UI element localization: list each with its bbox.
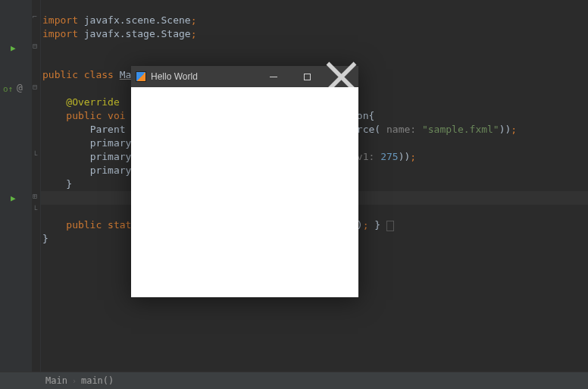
minimize-icon xyxy=(270,77,277,77)
semicolon: ; xyxy=(191,28,197,39)
app-titlebar[interactable]: Hello World xyxy=(131,66,358,87)
window-close-button[interactable] xyxy=(324,66,358,87)
run-gutter-icon[interactable]: ▶ xyxy=(11,43,16,53)
breadcrumb-bar: Main › main() xyxy=(0,372,588,389)
semicolon: ; xyxy=(511,124,517,135)
annotation: @Override xyxy=(66,96,119,108)
caret-eol-indicator xyxy=(386,221,394,231)
run-main-gutter-icon[interactable]: ▶ xyxy=(11,193,16,203)
keyword: class xyxy=(84,69,120,80)
app-title: Hello World xyxy=(151,71,198,82)
breadcrumb-separator-icon: › xyxy=(72,377,77,385)
fold-end-icon[interactable]: └ xyxy=(33,205,37,214)
code-text: primary xyxy=(90,137,132,149)
keyword: import xyxy=(42,28,78,39)
code-text: primary xyxy=(90,151,132,162)
java-app-icon xyxy=(136,71,146,82)
javafx-app-window[interactable]: Hello World xyxy=(131,66,358,297)
number-literal: 275 xyxy=(380,151,398,162)
override-gutter-icon[interactable]: o↑ xyxy=(3,84,13,94)
code-text: } xyxy=(369,219,381,231)
app-content-area[interactable] xyxy=(131,87,358,297)
code-text: )) xyxy=(399,151,411,162)
keyword: public xyxy=(42,69,84,80)
fold-start-icon[interactable]: ⊟ xyxy=(33,83,37,91)
keyword: public xyxy=(66,219,108,231)
semicolon: ; xyxy=(191,14,197,26)
string-literal: "sample.fxml" xyxy=(422,124,499,135)
fold-column: ⌐ ⊟ ⊟ └ ⊞ └ xyxy=(32,0,41,372)
breadcrumb-item[interactable]: Main xyxy=(45,375,67,386)
fold-start-icon[interactable]: ⊟ xyxy=(33,42,37,50)
code-text: Parent xyxy=(90,124,132,135)
brace: } xyxy=(42,233,48,244)
fold-end-icon[interactable]: └ xyxy=(33,151,37,159)
package-path: javafx.stage.Stage xyxy=(78,28,191,39)
annotation-gutter-icon: @ xyxy=(17,82,23,93)
brace: } xyxy=(66,178,72,190)
param-hint: name: xyxy=(380,124,422,135)
keyword: stat xyxy=(108,219,131,231)
package-path: javafx.scene.Scene xyxy=(78,14,191,26)
keyword: import xyxy=(42,14,78,26)
window-maximize-button[interactable] xyxy=(290,66,324,87)
maximize-icon xyxy=(304,74,311,80)
semicolon: ; xyxy=(410,151,416,162)
breadcrumb-item[interactable]: main() xyxy=(81,375,114,386)
semicolon: ; xyxy=(363,219,369,231)
fold-collapsed-icon[interactable]: ⊞ xyxy=(33,192,37,200)
keyword: voi xyxy=(108,110,125,121)
keyword: public xyxy=(66,110,108,121)
editor-gutter: ▶ o↑ @ ▶ xyxy=(0,0,32,372)
code-text: primary xyxy=(90,165,132,176)
window-minimize-button[interactable] xyxy=(256,66,290,87)
code-text: )) xyxy=(499,124,511,135)
fold-end-icon[interactable]: ⌐ xyxy=(33,12,37,20)
